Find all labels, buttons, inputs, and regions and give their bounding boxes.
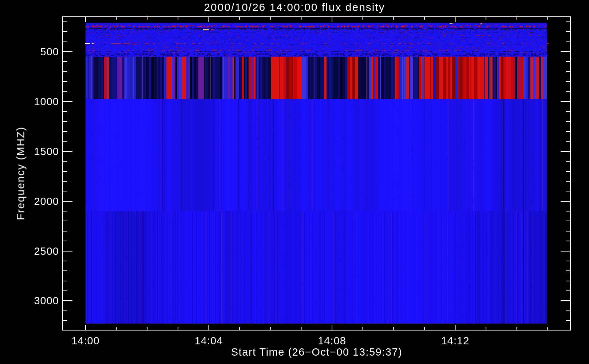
chart-title: 2000/10/26 14:00:00 flux density [0,1,589,13]
x-tick-label: 14:08 [307,335,357,347]
y-tick-label: 2000 [15,195,59,207]
y-tick-label: 500 [15,46,59,58]
x-axis-label: Start Time (26−Oct−00 13:59:37) [0,346,589,358]
y-tick-label: 3000 [15,295,59,307]
spectrogram-canvas [0,0,589,364]
x-tick-label: 14:12 [430,335,481,347]
x-tick-label: 14:04 [183,335,234,347]
x-tick-label: 14:00 [60,335,111,347]
y-tick-label: 1000 [15,96,59,108]
y-tick-label: 2500 [15,245,59,257]
spectrogram-figure: 2000/10/26 14:00:00 flux density Frequen… [0,0,589,364]
y-tick-label: 1500 [15,146,59,158]
